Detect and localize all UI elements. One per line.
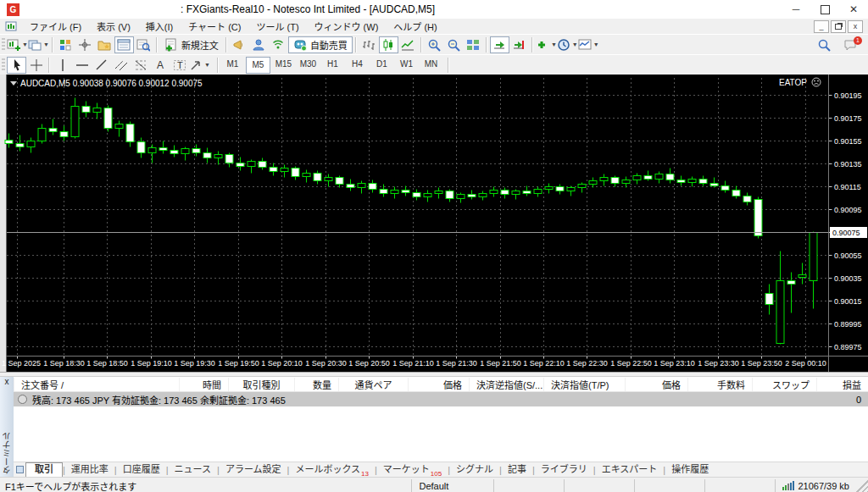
timeframe-m15[interactable]: M15 <box>272 57 295 72</box>
terminal-tab-1[interactable]: 運用比率 <box>65 463 114 476</box>
new-chart-button[interactable]: ▼ <box>7 36 28 53</box>
column-header-3[interactable]: 数量 <box>294 378 338 391</box>
community-icon[interactable] <box>249 36 269 53</box>
tile-windows-icon[interactable] <box>464 36 483 53</box>
terminal-dock-icon[interactable] <box>14 466 25 473</box>
toolbar-line-studies: A T ▼ M1M5M15M30H1H4D1W1MN <box>0 54 868 75</box>
timeframe-m1[interactable]: M1 <box>221 57 244 72</box>
horizontal-line-tool-icon[interactable] <box>72 57 92 74</box>
terminal-tab-7[interactable]: シグナル <box>450 463 499 476</box>
terminal-side-strip: x ターミナル <box>0 377 14 477</box>
timeframe-h1[interactable]: H1 <box>321 57 344 72</box>
status-help-text: F1キーでヘルプが表示されます <box>0 479 411 492</box>
traffic-label: 21067/39 kb <box>798 481 849 491</box>
chart-window-icon[interactable] <box>5 20 17 32</box>
status-cell <box>704 479 775 492</box>
chart-shift-icon[interactable] <box>509 36 529 53</box>
news-megaphone-icon[interactable] <box>230 36 249 53</box>
crosshair-icon[interactable] <box>75 36 95 53</box>
terminal-tab-4[interactable]: アラーム設定 <box>220 463 287 476</box>
terminal-tab-2[interactable]: 口座履歴 <box>117 463 166 476</box>
timeframe-d1[interactable]: D1 <box>370 57 393 72</box>
column-header-9[interactable]: 手数料 <box>687 378 752 391</box>
line-chart-mode-icon[interactable] <box>398 36 418 53</box>
balance-icon <box>18 395 27 404</box>
column-header-10[interactable]: スワップ <box>752 378 816 391</box>
toolbar-grip[interactable] <box>2 38 5 52</box>
column-header-4[interactable]: 通貨ペア <box>338 378 408 391</box>
column-header-8[interactable]: 価格 <box>625 378 687 391</box>
fibonacci-tool-icon[interactable] <box>131 57 150 74</box>
label-tool-icon[interactable]: T <box>170 57 189 74</box>
templates-button[interactable]: ▼ <box>578 36 599 53</box>
menu-item-6[interactable]: ヘルプ (H) <box>386 19 444 33</box>
chat-button[interactable]: 1 <box>840 36 860 53</box>
zoom-in-icon[interactable] <box>425 36 444 53</box>
terminal-tab-10[interactable]: エキスパート <box>596 463 664 476</box>
toolbar-grip[interactable] <box>2 58 5 72</box>
signals-icon[interactable] <box>269 36 288 53</box>
mdi-restore-button[interactable] <box>831 20 846 33</box>
toolbar-standard: ▼ ▼ 新規注文 <box>0 34 868 54</box>
autotrading-button[interactable]: 自動売買 <box>288 36 353 53</box>
zoom-out-icon[interactable] <box>444 36 464 53</box>
shapes-button[interactable]: ▼ <box>189 57 210 74</box>
minimize-button[interactable]: ─ <box>782 0 810 19</box>
profiles-button[interactable]: ▼ <box>28 36 49 53</box>
timeframe-m30[interactable]: M30 <box>297 57 320 72</box>
column-header-7[interactable]: 決済指値(T/P) <box>543 378 625 391</box>
periods-button[interactable]: ▼ <box>557 36 578 53</box>
auto-scroll-icon[interactable] <box>490 36 509 53</box>
column-header-5[interactable]: 価格 <box>408 378 469 391</box>
terminal-tab-11[interactable]: 操作履歴 <box>665 463 715 476</box>
candlestick-mode-icon[interactable] <box>379 36 398 53</box>
timeframe-w1[interactable]: W1 <box>395 57 418 72</box>
timeframe-h4[interactable]: H4 <box>346 57 369 72</box>
text-tool-icon[interactable]: A <box>150 57 170 74</box>
column-header-0[interactable]: 注文番号 / <box>14 378 179 391</box>
column-header-11[interactable]: 損益 <box>816 378 868 391</box>
search-icon[interactable] <box>814 36 833 53</box>
chart-canvas[interactable]: 1 Sep 20251 Sep 18:301 Sep 18:501 Sep 19… <box>0 75 868 372</box>
market-watch-icon[interactable] <box>114 36 134 53</box>
close-button[interactable]: ✕ <box>839 0 868 19</box>
menu-item-2[interactable]: 挿入(I) <box>138 19 181 33</box>
timeframe-m5[interactable]: M5 <box>246 57 270 74</box>
terminal-close-button[interactable]: x <box>5 378 9 386</box>
bar-chart-mode-icon[interactable] <box>359 36 379 53</box>
menu-item-1[interactable]: 表示 (V) <box>89 19 138 33</box>
column-header-1[interactable]: 時間 <box>179 378 228 391</box>
svg-text:1 Sep 20:10: 1 Sep 20:10 <box>261 359 303 368</box>
menu-item-4[interactable]: ツール (T) <box>248 19 306 33</box>
menu-item-0[interactable]: ファイル (F) <box>22 19 89 33</box>
resize-grip[interactable] <box>856 478 868 492</box>
svg-text:0.90115: 0.90115 <box>834 183 861 191</box>
cursor-tool-icon[interactable] <box>7 57 26 74</box>
data-window-icon[interactable] <box>134 36 153 53</box>
crosshair-tool-icon[interactable] <box>26 57 46 74</box>
terminal-tab-9[interactable]: ライブラリ <box>535 463 593 476</box>
terminal-tab-0[interactable]: 取引 <box>25 462 63 477</box>
mdi-close-button[interactable]: x <box>848 20 863 33</box>
status-profile[interactable]: Default <box>411 479 493 492</box>
orders-table-body[interactable] <box>14 406 868 462</box>
status-cell <box>493 479 564 492</box>
column-header-6[interactable]: 決済逆指値(S/... <box>469 378 543 391</box>
menu-item-3[interactable]: チャート (C) <box>181 19 248 33</box>
terminal-tab-8[interactable]: 記事 <box>502 463 532 476</box>
channel-tool-icon[interactable] <box>111 57 131 74</box>
indicators-button[interactable]: ▼ <box>536 36 557 53</box>
symbols-icon[interactable] <box>56 36 75 53</box>
column-header-2[interactable]: 取引種別 <box>228 378 294 391</box>
menu-item-5[interactable]: ウィンドウ (W) <box>307 19 387 33</box>
trendline-tool-icon[interactable] <box>92 57 111 74</box>
terminal-tab-5[interactable]: メールボックス13 <box>289 463 375 476</box>
navigator-icon[interactable] <box>95 36 114 53</box>
new-order-button[interactable]: 新規注文 <box>160 36 223 53</box>
vertical-line-tool-icon[interactable] <box>53 57 72 74</box>
terminal-tab-3[interactable]: ニュース <box>169 463 217 476</box>
timeframe-mn[interactable]: MN <box>420 57 442 72</box>
mdi-minimize-button[interactable]: _ <box>814 20 829 33</box>
terminal-tab-6[interactable]: マーケット105 <box>377 463 448 476</box>
maximize-button[interactable] <box>810 0 839 19</box>
